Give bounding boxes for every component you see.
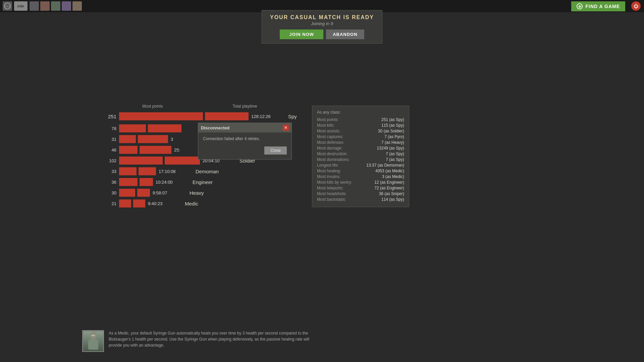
modal-close-x-button[interactable]: ✕ — [283, 125, 289, 131]
modal-header: Disconnected ✕ — [198, 123, 291, 132]
disconnected-modal: Disconnected ✕ Connection failed after 4… — [198, 123, 292, 160]
modal-overlay: Disconnected ✕ Connection failed after 4… — [0, 0, 644, 362]
modal-close-button[interactable]: Close — [264, 146, 287, 155]
modal-body: Connection failed after 4 retries. Close — [198, 132, 291, 159]
modal-title: Disconnected — [201, 125, 229, 130]
modal-message: Connection failed after 4 retries. — [203, 136, 287, 141]
